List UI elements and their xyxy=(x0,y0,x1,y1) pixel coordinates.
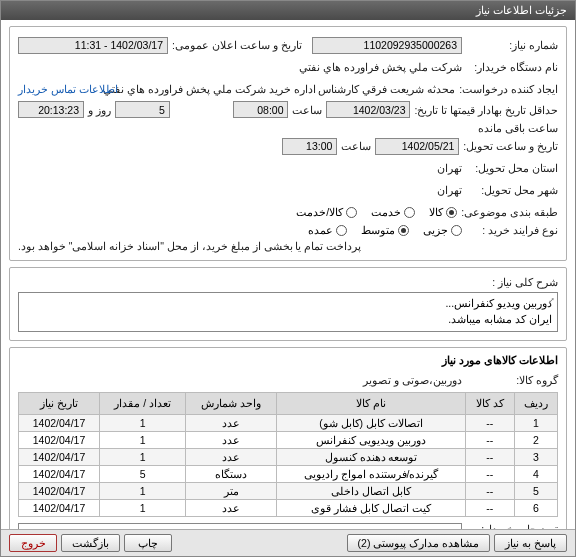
exit-button[interactable]: خروج xyxy=(9,534,57,552)
radio-major-label: عمده xyxy=(308,224,333,236)
respond-button[interactable]: پاسخ به نیاز xyxy=(494,534,567,552)
radio-goods-label: کالا xyxy=(429,206,443,218)
days-label: روز و xyxy=(88,104,111,116)
radio-medium[interactable]: متوسط xyxy=(361,224,409,236)
content: شماره نیاز: 1102092935000263 تاریخ و ساع… xyxy=(1,20,575,529)
goods-block: اطلاعات کالاهای مورد نیاز گروه کالا: دور… xyxy=(9,347,567,530)
desc-text: دوربین ویدیو کنفرانس... ایران کد مشابه م… xyxy=(445,297,552,325)
back-button[interactable]: بازگشت xyxy=(61,534,120,552)
general-info: شماره نیاز: 1102092935000263 تاریخ و ساع… xyxy=(9,26,567,261)
radio-minor[interactable]: جزیی xyxy=(423,224,462,236)
table-row[interactable]: 2--دوربین ویدیویی کنفرانسعدد11402/04/17 xyxy=(19,431,558,448)
cell-name: کیت اتصال کابل فشار قوی xyxy=(277,499,466,516)
cell-qty: 1 xyxy=(100,414,186,431)
table-row[interactable]: 6--کیت اتصال کابل فشار قویعدد11402/04/17 xyxy=(19,499,558,516)
delivery-time-field: 13:00 xyxy=(282,138,337,155)
cell-qty: 1 xyxy=(100,448,186,465)
request-no-field: 1102092935000263 xyxy=(312,37,462,54)
cell-unit: دستگاه xyxy=(186,465,277,482)
cell-qty: 1 xyxy=(100,499,186,516)
reply-date-field: 1402/03/23 xyxy=(326,101,410,118)
radio-medium-label: متوسط xyxy=(361,224,395,236)
cell-qty: 5 xyxy=(100,465,186,482)
items-table: ردیف کد کالا نام کالا واحد شمارش تعداد /… xyxy=(18,392,558,517)
proc-label: نوع فرایند خرید : xyxy=(466,224,558,236)
announce-dt-field: 1402/03/17 - 11:31 xyxy=(18,37,168,54)
expand-icon[interactable]: ⤢ xyxy=(548,295,555,307)
footer: پاسخ به نیاز مشاهده مدارک پیوستی (2) چاپ… xyxy=(1,529,575,556)
cell-name: دوربین ویدیویی کنفرانس xyxy=(277,431,466,448)
cell-name: توسعه دهنده کنسول xyxy=(277,448,466,465)
cell-code: -- xyxy=(466,482,515,499)
table-row[interactable]: 1--اتصالات کابل (کابل شو)عدد11402/04/17 xyxy=(19,414,558,431)
radio-both-label: کالا/خدمت xyxy=(296,206,343,218)
th-qty[interactable]: تعداد / مقدار xyxy=(100,392,186,414)
delivery-date-field: 1402/05/21 xyxy=(375,138,459,155)
province-label: استان محل تحویل: xyxy=(466,162,558,174)
hour-label-1: ساعت xyxy=(292,104,322,116)
cell-code: -- xyxy=(466,499,515,516)
cell-qty: 1 xyxy=(100,482,186,499)
province-value: تهران xyxy=(437,162,462,174)
th-code[interactable]: کد کالا xyxy=(466,392,515,414)
print-button[interactable]: چاپ xyxy=(124,534,172,552)
table-row[interactable]: 5--کابل اتصال داخلیمتر11402/04/17 xyxy=(19,482,558,499)
description-block: شرح کلی نیاز : ⤢ دوربین ویدیو کنفرانس...… xyxy=(9,267,567,341)
cell-code: -- xyxy=(466,414,515,431)
th-unit[interactable]: واحد شمارش xyxy=(186,392,277,414)
days-left-field: 5 xyxy=(115,101,170,118)
radio-service[interactable]: خدمت xyxy=(371,206,415,218)
cell-code: -- xyxy=(466,431,515,448)
table-row[interactable]: 4--گیرنده/فرستنده امواج رادیوییدستگاه514… xyxy=(19,465,558,482)
goods-group-label: گروه کالا: xyxy=(466,374,558,386)
cell-unit: عدد xyxy=(186,448,277,465)
cell-name: کابل اتصال داخلی xyxy=(277,482,466,499)
announce-dt-label: تاریخ و ساعت اعلان عمومی: xyxy=(172,39,302,51)
cell-unit: عدد xyxy=(186,431,277,448)
radio-service-label: خدمت xyxy=(371,206,401,218)
cell-date: 1402/04/17 xyxy=(19,431,100,448)
request-no-label: شماره نیاز: xyxy=(466,39,558,51)
category-radios: کالا خدمت کالا/خدمت xyxy=(296,206,457,218)
requester-value: محدثه شريعت فرقي كارشناس اداره خريد شركت… xyxy=(122,83,455,95)
buyer-org-value: شركت ملي پخش فراورده هاي نفتي xyxy=(299,61,462,73)
hour-label-2: ساعت xyxy=(341,140,371,152)
cell-row: 4 xyxy=(514,465,557,482)
cell-name: اتصالات کابل (کابل شو) xyxy=(277,414,466,431)
th-date[interactable]: تاریخ نیاز xyxy=(19,392,100,414)
cell-unit: عدد xyxy=(186,499,277,516)
cell-row: 1 xyxy=(514,414,557,431)
cell-code: -- xyxy=(466,465,515,482)
cell-date: 1402/04/17 xyxy=(19,482,100,499)
goods-info-title: اطلاعات کالاهای مورد نیاز xyxy=(18,354,558,367)
desc-label: شرح کلی نیاز : xyxy=(466,276,558,288)
goods-group-value: دوربین،صوتی و تصویر xyxy=(363,374,462,386)
th-name[interactable]: نام کالا xyxy=(277,392,466,414)
desc-textarea[interactable]: ⤢ دوربین ویدیو کنفرانس... ایران کد مشابه… xyxy=(18,292,558,332)
radio-both[interactable]: کالا/خدمت xyxy=(296,206,357,218)
th-row[interactable]: ردیف xyxy=(514,392,557,414)
cell-row: 5 xyxy=(514,482,557,499)
cell-name: گیرنده/فرستنده امواج رادیویی xyxy=(277,465,466,482)
cell-date: 1402/04/17 xyxy=(19,448,100,465)
time-left-field: 20:13:23 xyxy=(18,101,84,118)
titlebar: جزئیات اطلاعات نیاز xyxy=(1,1,575,20)
radio-minor-label: جزیی xyxy=(423,224,448,236)
table-row[interactable]: 3--توسعه دهنده کنسولعدد11402/04/17 xyxy=(19,448,558,465)
radio-goods[interactable]: کالا xyxy=(429,206,457,218)
city-value: تهران xyxy=(437,184,462,196)
radio-major[interactable]: عمده xyxy=(308,224,347,236)
cell-qty: 1 xyxy=(100,431,186,448)
cell-unit: عدد xyxy=(186,414,277,431)
remaining-label: ساعت باقی مانده xyxy=(478,122,558,134)
cell-date: 1402/04/17 xyxy=(19,465,100,482)
category-label: طبقه بندی موضوعی: xyxy=(461,206,558,218)
proc-radios: جزیی متوسط عمده xyxy=(308,224,462,236)
requester-label: ایجاد کننده درخواست: xyxy=(459,83,558,95)
cell-date: 1402/04/17 xyxy=(19,499,100,516)
city-label: شهر محل تحویل: xyxy=(466,184,558,196)
similar-button[interactable]: مشاهده مدارک پیوستی (2) xyxy=(347,534,491,552)
delivery-dt-label: تاریخ و ساعت تحویل: xyxy=(463,140,558,152)
contact-link[interactable]: اطلاعات تماس خریدار xyxy=(18,83,118,95)
payment-note: پرداخت تمام یا بخشی از مبلغ خرید، از محل… xyxy=(18,240,361,252)
